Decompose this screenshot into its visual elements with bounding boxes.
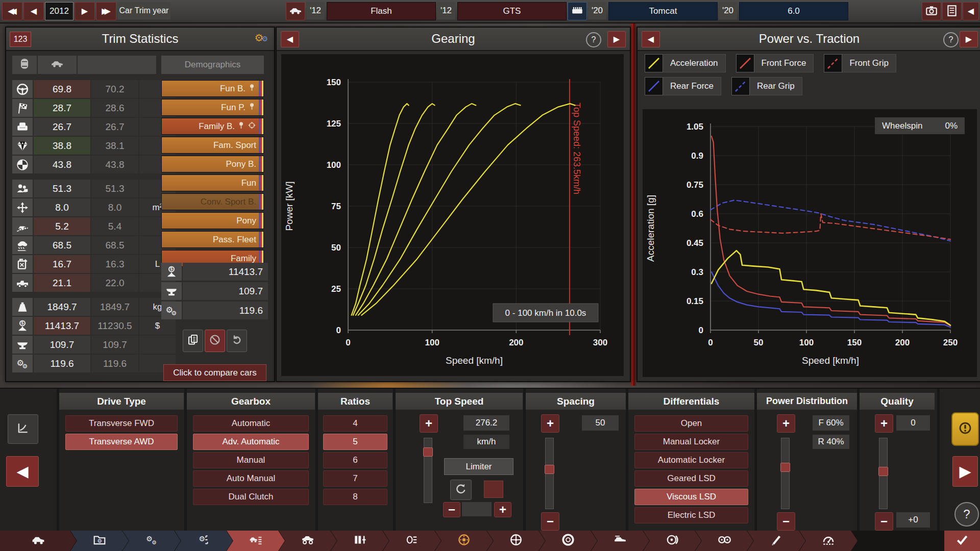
- toolbar-tab-brake-disc[interactable]: [435, 531, 493, 551]
- toolbar-tab-chassis-wheels[interactable]: [279, 531, 337, 551]
- tab-car-stats[interactable]: [12, 56, 37, 74]
- toolbar-tab-tires[interactable]: [539, 531, 597, 551]
- demographic-conv-sport-b[interactable]: Conv. Sport B.: [161, 193, 264, 210]
- spacing-plus-button[interactable]: +: [541, 414, 559, 433]
- power-dist-plus-button[interactable]: +: [777, 414, 795, 433]
- toolbar-tab-gear-ratios[interactable]: [331, 531, 389, 551]
- undo-button[interactable]: [227, 330, 247, 352]
- gears-icon[interactable]: ⚙⚙: [255, 32, 268, 44]
- toolbar-tab-gearbox-layout[interactable]: ⚙: [175, 531, 233, 551]
- gearbox-adv-automatic[interactable]: Adv. Automatic: [193, 434, 309, 450]
- traction-help-button[interactable]: ?: [943, 32, 959, 47]
- legend-toggle-front-grip[interactable]: Front Grip: [824, 54, 896, 72]
- toolbar-tab-detailing-pen[interactable]: [747, 531, 805, 551]
- toolbar-tab-lights[interactable]: [383, 531, 441, 551]
- limiter-button[interactable]: Limiter: [444, 458, 513, 475]
- legend-toggle-front-force[interactable]: Front Force: [736, 54, 814, 72]
- year-prev-button[interactable]: ◀: [23, 2, 44, 20]
- toolbar-confirm-button[interactable]: [944, 531, 980, 551]
- differential-manual-locker[interactable]: Manual Locker: [634, 434, 748, 450]
- graph-view-button[interactable]: [8, 414, 38, 444]
- spacing-value[interactable]: 50: [582, 415, 619, 431]
- quality-plus-button[interactable]: +: [875, 414, 893, 433]
- traction-prev-button[interactable]: ◀: [642, 31, 660, 47]
- limiter-plus-button[interactable]: +: [494, 502, 511, 517]
- quality-minus-button[interactable]: −: [875, 512, 893, 531]
- demographic-fun-p[interactable]: Fun P.: [161, 99, 264, 116]
- year-next-button[interactable]: ▶: [75, 2, 95, 20]
- limiter-fine-value[interactable]: [462, 502, 492, 516]
- toolbar-tab-drivetrain-gears[interactable]: ⚙⚙: [122, 531, 181, 551]
- help-button[interactable]: ?: [954, 502, 979, 527]
- copy-stats-button[interactable]: [183, 330, 203, 352]
- car-trim-name[interactable]: GTS: [457, 2, 567, 20]
- demographic-fun[interactable]: Fun: [161, 174, 264, 191]
- traction-next-button[interactable]: ▶: [960, 31, 978, 47]
- quality-slider-handle[interactable]: [878, 467, 888, 476]
- limiter-indicator[interactable]: [484, 481, 503, 498]
- differential-automatic-locker[interactable]: Automatic Locker: [634, 452, 748, 468]
- spacing-slider[interactable]: [545, 438, 554, 509]
- toolbar-tab-car-body[interactable]: [0, 531, 77, 551]
- toolbar-tab-brakes[interactable]: [643, 531, 701, 551]
- clear-compare-button[interactable]: [205, 330, 225, 352]
- prev-section-button[interactable]: ◀: [6, 456, 39, 487]
- next-section-button[interactable]: ▶: [952, 456, 978, 487]
- limiter-minus-button[interactable]: −: [443, 502, 460, 517]
- car-model-name[interactable]: Flash: [327, 2, 436, 20]
- gears-count-7[interactable]: 7: [323, 470, 387, 487]
- gears-count-5[interactable]: 5: [323, 434, 387, 450]
- photo-button[interactable]: [922, 2, 941, 20]
- legend-toggle-rear-grip[interactable]: Rear Grip: [731, 77, 802, 95]
- demographic-fam-sport[interactable]: Fam. Sport: [161, 137, 264, 154]
- gearbox-automatic[interactable]: Automatic: [193, 415, 309, 432]
- differential-geared-lsd[interactable]: Geared LSD: [634, 470, 748, 487]
- drive-type-transverse-awd[interactable]: Transverse AWD: [65, 434, 178, 450]
- tab-car-side[interactable]: [38, 56, 77, 74]
- gearbox-dual-clutch[interactable]: Dual Clutch: [193, 489, 309, 505]
- power-dist-slider[interactable]: [781, 438, 790, 509]
- top-speed-slider[interactable]: [424, 438, 432, 503]
- toolbar-tab-engine-folder[interactable]: ⚙: [70, 531, 129, 551]
- year-value[interactable]: 2012: [45, 2, 74, 20]
- limiter-reset-button[interactable]: [450, 480, 472, 500]
- gears-count-6[interactable]: 6: [323, 452, 387, 468]
- demographic-fun-b[interactable]: Fun B.: [161, 80, 264, 97]
- toolbar-tab-trim-settings[interactable]: [227, 531, 285, 551]
- stats-count-badge[interactable]: 123: [10, 32, 31, 47]
- legend-toggle-acceleration[interactable]: Acceleration: [645, 54, 726, 72]
- year-last-button[interactable]: ▶▶: [96, 2, 116, 20]
- engine-variant-name[interactable]: 6.0: [739, 2, 848, 20]
- power-dist-slider-handle[interactable]: [780, 463, 790, 472]
- top-speed-slider-handle[interactable]: [423, 447, 433, 457]
- differential-open[interactable]: Open: [634, 415, 748, 432]
- car-model-button[interactable]: [286, 2, 305, 20]
- demographic-pony[interactable]: Pony: [161, 212, 264, 229]
- summary-button[interactable]: [942, 2, 962, 20]
- warning-button[interactable]: [951, 412, 979, 446]
- toolbar-tab-wheels-pair[interactable]: [695, 531, 753, 551]
- top-speed-plus-button[interactable]: +: [420, 414, 438, 433]
- engine-button[interactable]: [568, 2, 587, 20]
- gearing-next-button[interactable]: ▶: [607, 31, 626, 47]
- gears-count-8[interactable]: 8: [323, 489, 387, 505]
- top-speed-value[interactable]: 276.2: [463, 415, 509, 431]
- demographic-pony-b[interactable]: Pony B.: [161, 156, 264, 172]
- power-dist-minus-button[interactable]: −: [777, 512, 795, 531]
- compare-cars-button[interactable]: Click to compare cars: [163, 364, 266, 381]
- drive-type-transverse-fwd[interactable]: Transverse FWD: [65, 415, 178, 432]
- quality-value[interactable]: 0: [896, 415, 930, 431]
- gearbox-auto-manual[interactable]: Auto Manual: [193, 470, 309, 487]
- differential-electric-lsd[interactable]: Electric LSD: [634, 507, 748, 523]
- spacing-slider-handle[interactable]: [545, 465, 554, 474]
- demographic-pass-fleet[interactable]: Pass. Fleet: [161, 231, 264, 248]
- spacing-minus-button[interactable]: −: [541, 512, 559, 531]
- year-first-button[interactable]: ◀◀: [2, 2, 22, 20]
- quality-slider[interactable]: [879, 438, 888, 509]
- legend-toggle-rear-force[interactable]: Rear Force: [645, 77, 721, 95]
- gearing-prev-button[interactable]: ◀: [281, 31, 299, 47]
- engine-family-name[interactable]: Tomcat: [608, 2, 718, 20]
- toolbar-tab-aero[interactable]: [591, 531, 649, 551]
- gears-count-4[interactable]: 4: [323, 415, 387, 432]
- toolbar-tab-rims[interactable]: [487, 531, 545, 551]
